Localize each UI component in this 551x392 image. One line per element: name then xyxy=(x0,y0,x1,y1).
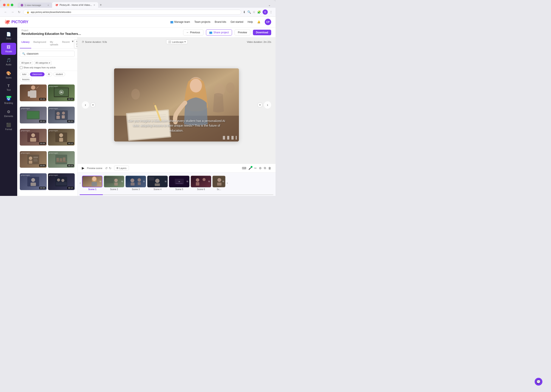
layers-button[interactable]: ⊞ Layers xyxy=(114,166,129,170)
nav-team-projects[interactable]: Team projects xyxy=(194,21,210,23)
copy-icon[interactable]: ⧉ xyxy=(264,166,266,170)
browser-window: 1 new message ✕ 🐙 Pictory.AI - Home of A… xyxy=(0,0,275,196)
browser-tab-inactive[interactable]: 1 new message ✕ xyxy=(18,3,52,8)
scene-thumb-1[interactable]: ⧉ Scene 1 xyxy=(82,176,102,190)
new-tab-button[interactable]: + xyxy=(98,2,104,8)
share-project-button[interactable]: 👥 Share project xyxy=(206,29,232,35)
back-button[interactable]: ← xyxy=(3,10,8,14)
scene-thumb-3[interactable]: ⧉ Scene 3 xyxy=(125,176,146,190)
extensions-icon[interactable]: 🧩 xyxy=(257,10,261,14)
notification-icon[interactable]: 🔔 xyxy=(257,21,260,23)
visuals-icon: 🖼 xyxy=(7,45,11,49)
chrome-avatar[interactable]: C xyxy=(263,9,268,15)
tab-library[interactable]: Library xyxy=(20,40,31,48)
remove-bg-icon[interactable]: ✂ xyxy=(254,167,257,170)
forward-button[interactable]: → xyxy=(10,10,15,14)
landscape-selector[interactable]: ⬜ Landscape ▾ xyxy=(166,40,188,44)
microphone-icon[interactable]: 🎤 xyxy=(248,167,252,170)
add-scene-right-button[interactable]: + xyxy=(258,102,263,107)
redo-button[interactable]: ↻ xyxy=(109,167,112,170)
tag-tutor[interactable]: tutor xyxy=(20,72,29,76)
media-item-4[interactable]: 00:20 gettyimages xyxy=(48,107,75,123)
media-item-1[interactable]: 00:29 xyxy=(20,84,47,101)
chrome-menu-icon[interactable]: ⋮ xyxy=(270,10,272,14)
media-item-5[interactable]: 00:08 gettyimages xyxy=(20,129,47,146)
search-input[interactable] xyxy=(27,52,72,55)
type-filter[interactable]: All types ▾ xyxy=(20,61,33,65)
scene-thumb-6[interactable]: ⧉ Scene 6 xyxy=(191,176,211,190)
subtitle-icon[interactable]: ⌨ xyxy=(242,167,246,170)
sidebar-item-visuals[interactable]: 🖼 Visuals xyxy=(1,43,16,55)
sidebar-item-story[interactable]: 📄 Story xyxy=(1,30,16,42)
scene-thumb-7[interactable]: ⧉ Sc... xyxy=(212,176,225,190)
canvas-top-bar: ⏱ Scene duration: 9.0s ⬜ Landscape ▾ Vid… xyxy=(78,37,275,46)
add-scene-left-button[interactable]: + xyxy=(90,102,96,107)
download-button[interactable]: Download xyxy=(253,30,271,35)
project-info: Project Revolutionizing Education for Te… xyxy=(21,29,82,35)
reload-button[interactable]: ↻ xyxy=(17,10,21,14)
app-logo[interactable]: 🐙 PICTORY xyxy=(4,19,29,25)
sidebar-item-elements[interactable]: ⚙ Elements xyxy=(1,107,16,119)
delete-icon[interactable]: 🗑 xyxy=(268,167,271,170)
category-filter[interactable]: All categories ▾ xyxy=(34,61,52,65)
sidebar-item-text[interactable]: T Text xyxy=(1,82,16,93)
browser-tab-active[interactable]: 🐙 Pictory.AI - Home of AI Video... ✕ xyxy=(52,2,98,8)
zoom-icon[interactable]: 🔍 xyxy=(247,10,251,14)
minimize-button[interactable] xyxy=(7,4,9,6)
nav-manage-team[interactable]: 👥 Manage team xyxy=(170,21,190,23)
maximize-button[interactable] xyxy=(11,4,13,6)
browser-menu-icon[interactable]: ⌄ xyxy=(268,3,272,7)
tab-my-uploads[interactable]: My uploads xyxy=(48,40,60,48)
tag-classroom[interactable]: classroom xyxy=(30,72,44,76)
favorites-icon[interactable]: ♥ xyxy=(72,40,73,48)
play-button[interactable]: ▶ xyxy=(82,166,84,170)
user-avatar[interactable]: CP xyxy=(265,19,271,25)
canvas-main: ‹ + xyxy=(78,46,275,164)
tag-lessons[interactable]: lessons xyxy=(20,77,32,82)
previous-button[interactable]: ← Previous xyxy=(183,29,203,35)
media-item-9[interactable]: 00:08 gettyimages xyxy=(20,173,47,190)
undo-button[interactable]: ↺ xyxy=(105,167,108,170)
timeline-prev-button[interactable]: ‹ xyxy=(80,181,81,185)
timeline-next-button[interactable]: › xyxy=(227,181,228,185)
address-bar[interactable]: 🔒 app.pictory.ai/storyboard/articletovid… xyxy=(23,10,241,15)
media-item-3[interactable]: 00:10 gettyimages xyxy=(20,107,47,123)
media-item-2[interactable]: 00:10 gettyimages xyxy=(48,84,75,101)
tag-student[interactable]: student xyxy=(53,72,65,76)
apply-all-button[interactable]: Apply visual to all xyxy=(74,40,78,48)
media-item-7[interactable]: 00:05 gettyimages xyxy=(20,151,47,168)
nav-get-started[interactable]: Get started xyxy=(230,21,243,23)
media-watermark-10: gettyimages xyxy=(49,174,58,176)
download-page-icon[interactable]: ⬇ xyxy=(243,10,246,14)
sidebar-item-styles[interactable]: 🎨 Styles xyxy=(1,69,16,81)
settings-icon[interactable]: ⚙ xyxy=(259,167,262,170)
scene-prev-button[interactable]: ‹ xyxy=(82,101,89,109)
sidebar-item-branding[interactable]: 🧿 NEW Branding xyxy=(1,94,16,106)
sidebar-item-format[interactable]: ⬛ Format xyxy=(1,120,16,133)
scene-next-button[interactable]: › xyxy=(264,101,271,109)
tab-background[interactable]: Background xyxy=(32,40,48,48)
bookmark-icon[interactable]: ☆ xyxy=(253,10,256,14)
nav-help[interactable]: Help xyxy=(248,21,253,23)
show-article-label-text: Show only images from my article xyxy=(23,66,56,69)
preview-button[interactable]: Preview xyxy=(235,29,250,35)
canvas-area: ⏱ Scene duration: 9.0s ⬜ Landscape ▾ Vid… xyxy=(78,37,275,196)
show-article-checkbox[interactable] xyxy=(20,66,23,69)
tab-close-icon[interactable]: ✕ xyxy=(47,4,49,7)
scene-background: Can you imagine a classroom where every … xyxy=(114,68,239,141)
scene-thumb-2[interactable]: ⧉ Scene 2 xyxy=(104,176,124,190)
nav-brand-kits[interactable]: Brand kits xyxy=(215,21,226,23)
show-article-filter[interactable]: Show only images from my article xyxy=(20,66,56,69)
media-item-8[interactable]: 00:15 gettyimages xyxy=(48,151,75,168)
media-item-6[interactable]: 00:13 gettyimages xyxy=(48,129,75,146)
scene-thumb-4[interactable]: ⧉ Scene 4 xyxy=(147,176,168,190)
tag-ai[interactable]: AI xyxy=(46,72,52,76)
tab-recent[interactable]: Recent xyxy=(60,40,72,48)
scene-thumb-5[interactable]: AI Responsibility ⧉ Scene 5 xyxy=(169,176,189,190)
active-tab-close[interactable]: ✕ xyxy=(93,4,95,6)
close-button[interactable] xyxy=(3,4,6,6)
sidebar-item-audio[interactable]: 🎵 Audio xyxy=(1,56,16,68)
media-item-10[interactable]: 00:10 gettyimages xyxy=(48,173,75,190)
svg-rect-75 xyxy=(196,182,199,186)
scene1-stack-icon: ⧉ xyxy=(100,180,101,183)
